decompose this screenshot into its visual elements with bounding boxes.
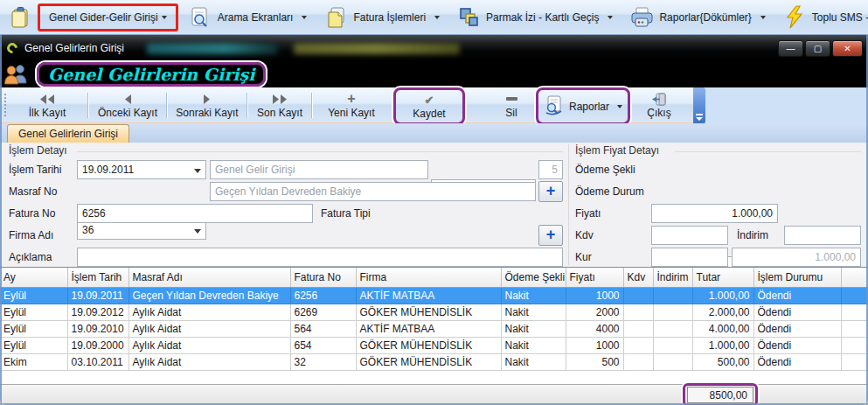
islem-tarihi-combobox[interactable]: 19.09.2011 (77, 160, 206, 179)
grid-column-header[interactable]: İşlem Tarih (67, 268, 128, 287)
group-title-islem-fiyat-detayi: İşlem Fiyat Detayı (575, 144, 659, 157)
grid-cell: AKTİF MATBAA (356, 320, 501, 337)
reports-button[interactable]: Raporlar (538, 90, 628, 122)
exit-door-icon (651, 93, 667, 106)
menu-toplu-sms-email[interactable]: Toplu SMS - E-Mail İşlemi (778, 3, 868, 31)
app-icon (5, 41, 20, 56)
delete-button[interactable]: Sil (486, 89, 537, 122)
toolbar-grip[interactable] (3, 93, 7, 118)
minimize-button[interactable]: — (778, 40, 803, 57)
group-divider (568, 144, 569, 265)
kur-input[interactable] (651, 248, 728, 267)
field-label: Fatura Tipi (321, 204, 371, 223)
maximize-button[interactable]: ▢ (805, 40, 830, 57)
minus-icon (506, 93, 517, 106)
menu-raporlar-dokumler[interactable]: Raporlar{Dökümler} (625, 3, 770, 31)
grid-cell: 4.000,00 (692, 320, 753, 337)
grid-column-header[interactable]: İşlem Durumu (753, 268, 841, 287)
table-row[interactable]: Ekim03.10.2011Aylık Aidat32GÖKER MÜHENDİ… (0, 353, 868, 370)
grid-cell: GÖKER MÜHENDİSLİK (356, 353, 501, 370)
grid-cell: 564 (290, 320, 356, 337)
table-row[interactable]: Eylül19.09.2011Geçen Yıldan Devreden Bak… (0, 287, 868, 304)
grid-cell: Ödendi (753, 287, 841, 304)
add-firma-button[interactable]: + (538, 225, 563, 246)
grid-column-header[interactable]: Masraf Adı (128, 268, 290, 287)
save-button[interactable]: ✔ Kaydet (396, 90, 462, 122)
grid-cell: 2000 (566, 304, 623, 320)
grid-cell: Eylül (0, 287, 67, 304)
field-label: Masraf No (9, 182, 57, 201)
menu-genel-gider-gelir-girisi[interactable]: Genel Gider-Gelir Girişi (3, 2, 184, 33)
annotation-purple-box: Genel Gelirlerin Girişi (37, 62, 266, 87)
grid-cell: AKTİF MATBAA (356, 287, 501, 304)
grid-header-row: Ayİşlem TarihMasraf AdıFatura NoFirmaÖde… (0, 268, 868, 287)
record-count-input[interactable] (538, 160, 563, 179)
close-button[interactable]: ✕ (832, 40, 863, 57)
tab-genel-gelirlerin-girisi[interactable]: Genel Gelirlerin Girişi (7, 124, 129, 143)
window-frame (0, 35, 2, 405)
grid-cell: Nakit (501, 287, 566, 304)
kdv-input[interactable] (651, 226, 728, 245)
menu-fatura-islemleri[interactable]: Fatura İşlemleri (319, 3, 445, 31)
last-record-icon (271, 93, 288, 106)
aciklama-input[interactable] (77, 248, 563, 267)
toolbar-overflow-button[interactable] (693, 87, 705, 123)
toolbar-separator (311, 93, 312, 118)
kur-rate-input[interactable] (732, 248, 861, 267)
grid-column-header[interactable]: İndirim (653, 268, 692, 287)
fatura-no-input[interactable] (77, 204, 313, 223)
grid-cell: 1000 (566, 337, 623, 353)
previous-record-button[interactable]: Önceki Kayıt (92, 89, 163, 122)
grid-cell-filler (841, 304, 868, 320)
field-label: Kdv (575, 226, 594, 245)
add-masraf-button[interactable]: + (538, 181, 563, 202)
grid-column-header[interactable]: Firma (356, 268, 501, 287)
group-border (77, 151, 563, 152)
indirim-input[interactable] (784, 226, 861, 245)
report-magnifier-icon (544, 94, 565, 118)
previous-record-icon (122, 93, 133, 106)
grid-column-filler (841, 268, 868, 287)
grid-cell (623, 287, 653, 304)
table-row[interactable]: Eylül19.09.2012Aylık Aidat6269GÖKER MÜHE… (0, 304, 868, 320)
grid-column-header[interactable]: Fiyatı (566, 268, 623, 287)
masraf-adi-input[interactable] (210, 182, 536, 201)
grid-cell (653, 304, 692, 320)
annotation-red-box: Genel Gider-Gelir Girişi (38, 3, 178, 31)
check-icon: ✔ (425, 94, 434, 107)
exit-button[interactable]: Çıkış (631, 89, 687, 122)
grid-cell (623, 320, 653, 337)
toolbar-separator (247, 93, 247, 118)
grid-column-header[interactable]: Fatura No (290, 268, 356, 287)
next-record-button[interactable]: Sonraki Kayıt (170, 89, 244, 122)
next-record-icon (202, 93, 212, 106)
overlapping-squares-icon (457, 5, 481, 29)
window-title: Genel Gelirlerin Girişi (24, 42, 124, 54)
field-label: Ödeme Şekli (575, 160, 635, 179)
fiyati-input[interactable] (651, 204, 778, 223)
masraf-no-combobox[interactable]: 36 (77, 220, 206, 240)
grid-cell (653, 320, 692, 337)
table-row[interactable]: Eylül19.09.2010Aylık Aidat564AKTİF MATBA… (0, 320, 868, 337)
grid-column-header[interactable]: Kdv (623, 268, 653, 287)
islem-tipi-input[interactable] (210, 160, 428, 179)
table-row[interactable]: Eylül19.09.2000Aylık Aidat654GÖKER MÜHEN… (0, 337, 868, 353)
grid-cell: Aylık Aidat (128, 353, 290, 370)
chevron-down-icon (194, 169, 201, 173)
grid-column-header[interactable]: Ay (0, 268, 67, 287)
group-title-islem-detayi: İşlem Detayı (9, 144, 67, 157)
grid-cell: GÖKER MÜHENDİSLİK (356, 304, 501, 320)
menu-parmak-izi-kartli-gecis[interactable]: Parmak İzi - Kartlı Geçiş (452, 3, 618, 31)
grid-column-header[interactable]: Tutar (692, 268, 753, 287)
grid-cell: 19.09.2010 (67, 320, 128, 337)
last-record-button[interactable]: Son Kayıt (251, 89, 309, 122)
first-record-button[interactable]: İlk Kayıt (10, 89, 84, 122)
grid-cell-filler (841, 287, 868, 304)
field-label: İndirim (737, 226, 768, 245)
grid-body: Eylül19.09.2011Geçen Yıldan Devreden Bak… (0, 287, 868, 370)
chevron-down-icon (696, 117, 703, 121)
grid-cell: Eylül (0, 337, 67, 353)
menu-arama-ekranlari[interactable]: Arama Ekranları (184, 3, 313, 31)
grid-column-header[interactable]: Ödeme Şekli (501, 268, 566, 287)
new-record-button[interactable]: + Yeni Kayıt (316, 89, 386, 122)
